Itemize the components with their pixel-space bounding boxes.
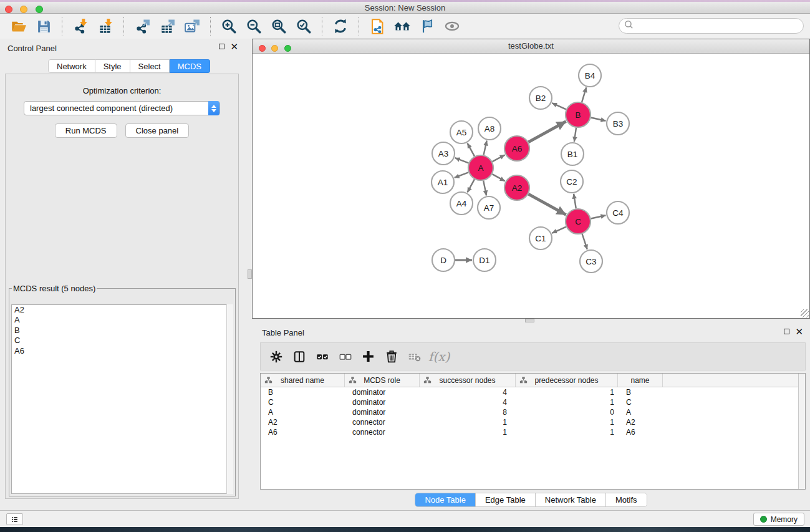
- edge-B-B1[interactable]: [574, 128, 576, 142]
- tab-edge-table[interactable]: Edge Table: [475, 493, 535, 506]
- edge-A-A7[interactable]: [483, 181, 486, 196]
- edge-B-B3[interactable]: [591, 117, 606, 120]
- graph-node-B2[interactable]: B2: [529, 87, 552, 109]
- table-scrollbar[interactable]: [798, 374, 805, 489]
- refresh-layout-icon[interactable]: [328, 16, 353, 37]
- tab-motifs[interactable]: Motifs: [605, 493, 647, 506]
- column-header-predecessor-nodes[interactable]: predecessor nodes: [516, 374, 618, 387]
- delete-column-icon[interactable]: [381, 346, 402, 368]
- select-all-icon[interactable]: [312, 346, 332, 368]
- graph-node-A2[interactable]: A2: [504, 175, 529, 200]
- close-panel-button[interactable]: Close panel: [125, 123, 190, 138]
- network-canvas[interactable]: B4B2BB3A8A5A6B1A3AA1C2A2A4A7C4CC1C3DD1: [253, 54, 809, 318]
- graph-node-B3[interactable]: B3: [607, 112, 629, 135]
- graph-node-A4[interactable]: A4: [450, 192, 473, 215]
- eye-icon[interactable]: [440, 16, 465, 37]
- graph-node-C[interactable]: C: [566, 209, 591, 234]
- tab-network-table[interactable]: Network Table: [535, 493, 605, 506]
- tab-mcds[interactable]: MCDS: [170, 59, 210, 73]
- edge-C-C2[interactable]: [574, 194, 576, 208]
- graph-node-A1[interactable]: A1: [432, 171, 454, 193]
- graph-node-A8[interactable]: A8: [478, 117, 501, 140]
- column-header-name[interactable]: name: [618, 374, 663, 387]
- splitter-handle-left[interactable]: [248, 269, 252, 279]
- export-network-icon[interactable]: [130, 16, 155, 37]
- criterion-select[interactable]: largest connected component (directed): [24, 101, 220, 115]
- graph-node-C4[interactable]: C4: [607, 201, 629, 224]
- tab-style[interactable]: Style: [95, 59, 130, 73]
- table-row[interactable]: A6connector11A6: [261, 427, 805, 437]
- search-input[interactable]: [634, 20, 803, 32]
- edge-C-C1[interactable]: [552, 227, 566, 233]
- mcds-result-item[interactable]: A6: [12, 346, 233, 356]
- import-network-icon[interactable]: [68, 16, 93, 37]
- hide-graphics-icon[interactable]: [415, 16, 440, 37]
- edge-A-A8[interactable]: [484, 141, 487, 155]
- save-session-icon[interactable]: [31, 16, 56, 37]
- network-document-icon[interactable]: [365, 16, 390, 37]
- mcds-result-item[interactable]: A2: [12, 305, 233, 315]
- table-row[interactable]: Bdominator41B: [261, 387, 805, 397]
- edge-C-C3[interactable]: [582, 234, 587, 249]
- export-image-icon[interactable]: [180, 16, 205, 37]
- column-header-shared-name[interactable]: shared name: [261, 374, 345, 387]
- graph-node-A[interactable]: A: [468, 155, 493, 180]
- mcds-result-item[interactable]: A: [12, 315, 233, 325]
- deselect-all-icon[interactable]: [335, 346, 355, 368]
- graph-node-A7[interactable]: A7: [478, 196, 500, 219]
- search-box[interactable]: [619, 18, 804, 34]
- zoom-selected-icon[interactable]: [291, 16, 316, 37]
- column-header-MCDS-role[interactable]: MCDS role: [345, 374, 420, 387]
- table-row[interactable]: Adominator80A: [261, 407, 805, 417]
- memory-status-button[interactable]: Memory: [753, 513, 804, 526]
- close-table-panel-icon[interactable]: ✕: [795, 328, 803, 335]
- graph-node-C2[interactable]: C2: [561, 170, 583, 193]
- graph-node-B4[interactable]: B4: [579, 64, 601, 87]
- graph-node-D[interactable]: D: [432, 249, 455, 271]
- edge-A-A2[interactable]: [492, 174, 504, 181]
- column-header-successor-nodes[interactable]: successor nodes: [420, 374, 516, 387]
- zoom-out-icon[interactable]: [241, 16, 266, 37]
- tab-network[interactable]: Network: [48, 59, 95, 73]
- zoom-in-icon[interactable]: [216, 16, 241, 37]
- mcds-result-list[interactable]: A2ABCA6: [11, 304, 233, 494]
- network-view-titlebar[interactable]: testGlobe.txt: [253, 39, 809, 54]
- close-panel-icon[interactable]: ✕: [230, 43, 238, 50]
- float-table-panel-icon[interactable]: [784, 329, 789, 334]
- graph-node-A6[interactable]: A6: [504, 136, 529, 161]
- open-file-icon[interactable]: [6, 16, 31, 37]
- table-row[interactable]: Cdominator41C: [261, 397, 805, 407]
- float-panel-icon[interactable]: [219, 44, 224, 49]
- zoom-fit-icon[interactable]: [266, 16, 291, 37]
- tab-select[interactable]: Select: [130, 59, 170, 73]
- edge-A-A6[interactable]: [493, 155, 505, 162]
- graph-node-A3[interactable]: A3: [432, 142, 455, 165]
- graph-node-B1[interactable]: B1: [561, 143, 584, 165]
- add-column-icon[interactable]: [358, 346, 378, 368]
- table-row[interactable]: A2connector11A2: [261, 417, 805, 427]
- tab-node-table[interactable]: Node Table: [415, 493, 475, 506]
- graph-node-B[interactable]: B: [566, 102, 591, 127]
- edge-B-B2[interactable]: [552, 103, 566, 109]
- column-layout-icon[interactable]: [289, 346, 309, 368]
- home-icon[interactable]: [390, 16, 415, 37]
- main-titlebar[interactable]: Session: New Session: [0, 2, 810, 14]
- resize-grip-icon[interactable]: [801, 309, 809, 317]
- graph-node-A5[interactable]: A5: [450, 121, 473, 143]
- graph-node-C3[interactable]: C3: [580, 250, 602, 273]
- import-table-icon[interactable]: [93, 16, 118, 37]
- graph-node-D1[interactable]: D1: [473, 249, 496, 271]
- edge-C-C4[interactable]: [591, 215, 606, 218]
- edge-A6-B[interactable]: [528, 122, 566, 142]
- run-mcds-button[interactable]: Run MCDS: [55, 123, 117, 138]
- splitter-handle-bottom[interactable]: [525, 319, 534, 322]
- edge-A-A3[interactable]: [455, 158, 469, 163]
- mcds-result-item[interactable]: B: [12, 326, 233, 336]
- edge-A-A4[interactable]: [468, 179, 475, 192]
- edge-A2-C[interactable]: [528, 194, 566, 215]
- task-history-icon[interactable]: [6, 513, 23, 525]
- settings-gear-icon[interactable]: [266, 346, 286, 368]
- mcds-list-scrollbar[interactable]: [226, 304, 233, 494]
- graph-node-C1[interactable]: C1: [529, 227, 552, 249]
- mcds-result-item[interactable]: C: [12, 336, 233, 346]
